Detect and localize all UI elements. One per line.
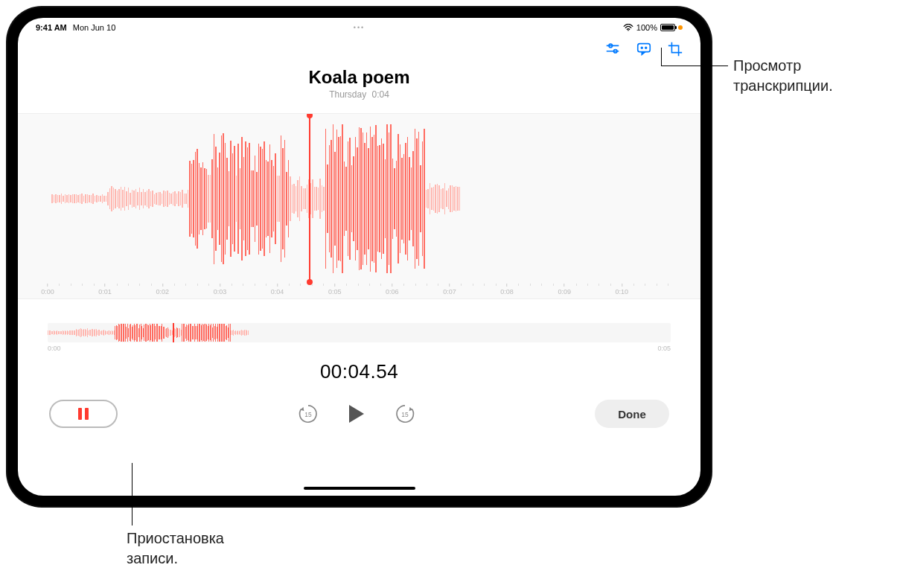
timeline-tick: 0:10 [616,284,629,295]
battery-percent: 100% [636,23,657,32]
callout-transcript-line-v [661,48,662,65]
timeline-tick: 0:02 [156,284,169,295]
elapsed-timer: 00:04.54 [18,360,700,383]
recording-indicator-dot [678,25,683,30]
status-date: Mon Jun 10 [73,23,115,32]
waveform-main[interactable]: 0:000:010:020:030:040:050:060:070:080:09… [18,113,700,299]
transcript-icon[interactable] [635,40,653,58]
overview-end-label: 0:05 [657,345,671,352]
timeline-tick: 0:03 [214,284,227,295]
pause-button[interactable] [49,400,118,428]
playhead[interactable] [309,114,310,284]
svg-point-6 [641,47,642,48]
battery-icon [660,24,675,31]
timeline-tick: 0:05 [328,284,342,295]
svg-rect-5 [638,44,651,52]
callout-transcript-line-h [661,65,728,66]
timeline-tick: 0:04 [271,284,284,295]
playback-controls: 15 15 Done [18,400,700,428]
svg-point-0 [628,30,629,31]
overview-playhead[interactable] [173,323,174,342]
play-button[interactable] [345,402,368,426]
wifi-icon [623,24,633,31]
ipad-frame: 9:41 AM Mon Jun 10 ••• 100% [7,7,711,506]
home-indicator[interactable] [304,487,415,490]
recording-day: Thursday [329,89,366,100]
skip-back-15-button[interactable]: 15 [297,403,319,425]
timeline-tick: 0:08 [500,284,514,295]
crop-icon[interactable] [666,40,684,58]
callout-pause-line [132,463,133,525]
overview-start-label: 0:00 [48,345,61,352]
svg-text:15: 15 [304,411,312,418]
timeline-tick: 0:09 [558,284,571,295]
multitask-dots[interactable]: ••• [354,24,365,31]
svg-point-7 [645,47,647,48]
done-button[interactable]: Done [595,400,669,428]
top-toolbar [604,40,684,58]
callout-transcript: Просмотр транскрипции. [733,56,833,96]
timeline-tick: 0:01 [98,284,112,295]
skip-forward-15-button[interactable]: 15 [394,403,416,425]
timeline-tick: 0:07 [443,284,456,295]
callout-pause: Приостановка записи. [127,528,224,569]
settings-sliders-icon[interactable] [604,40,622,58]
timeline-tick: 0:00 [41,284,54,295]
waveform-overview[interactable]: 0:00 0:05 [48,323,671,350]
recording-duration: 0:04 [372,89,389,100]
screen: 9:41 AM Mon Jun 10 ••• 100% [18,18,700,496]
timeline-tick: 0:06 [386,284,399,295]
pause-icon [78,408,89,420]
recording-header: Koala poem Thursday 0:04 [18,67,700,100]
svg-text:15: 15 [401,411,409,418]
status-time: 9:41 AM [36,23,67,32]
status-bar: 9:41 AM Mon Jun 10 ••• 100% [18,18,700,34]
recording-title[interactable]: Koala poem [18,67,700,88]
